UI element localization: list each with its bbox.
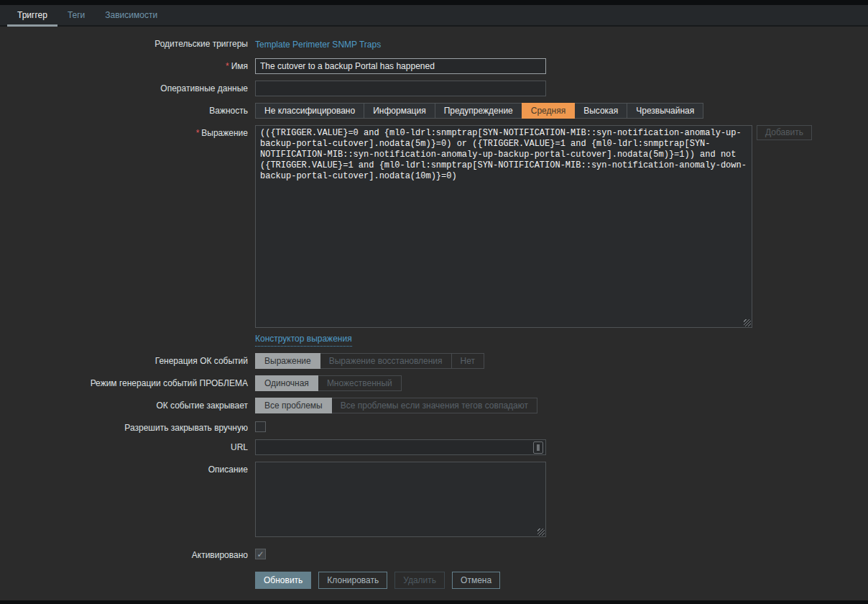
expression-constructor-link[interactable]: Конструктор выражения — [255, 331, 352, 347]
severity-not-classified[interactable]: Не классифицировано — [255, 103, 364, 119]
severity-warning[interactable]: Предупреждение — [435, 103, 522, 119]
manual-close-label: Разрешить закрывать вручную — [0, 420, 255, 433]
opdata-input[interactable] — [255, 81, 546, 96]
manual-close-checkbox[interactable] — [255, 421, 266, 432]
okgen-recovery-expression: Выражение восстановления — [320, 353, 452, 369]
top-band — [0, 0, 868, 5]
expression-label: *Выражение — [0, 125, 255, 138]
ok-event-closes-group: Все проблемы Все проблемы если значения … — [255, 398, 537, 413]
problem-mode-multiple: Множественный — [318, 375, 402, 391]
url-input[interactable] — [255, 439, 546, 455]
enabled-checkbox: ✓ — [255, 549, 266, 559]
description-label: Описание — [0, 462, 255, 475]
update-button[interactable]: Обновить — [255, 572, 311, 589]
closes-all-problems: Все проблемы — [255, 398, 332, 413]
severity-high[interactable]: Высокая — [574, 103, 627, 119]
actions-spacer — [0, 572, 255, 575]
severity-information[interactable]: Информация — [364, 103, 435, 119]
ok-event-generation-group: Выражение Выражение восстановления Нет — [255, 353, 484, 369]
delete-button: Удалить — [394, 572, 445, 589]
required-asterisk: * — [226, 61, 229, 71]
enabled-label: Активировано — [0, 547, 255, 560]
okgen-none: Нет — [451, 353, 484, 369]
okgen-expression: Выражение — [255, 353, 320, 369]
cancel-button[interactable]: Отмена — [452, 572, 500, 589]
name-label: *Имя — [0, 58, 255, 71]
ok-event-closes-label: ОК событие закрывает — [0, 398, 255, 411]
required-asterisk: * — [196, 128, 200, 138]
tab-dependencies[interactable]: Зависимости — [95, 5, 167, 25]
severity-label: Важность — [0, 103, 255, 116]
trigger-config-page: Триггер Теги Зависимости Родительские тр… — [0, 5, 868, 600]
url-label: URL — [0, 439, 255, 452]
clone-button[interactable]: Клонировать — [318, 572, 387, 589]
expression-add-button: Добавить — [757, 125, 812, 140]
ok-event-generation-label: Генерация ОК событий — [0, 353, 255, 366]
tab-tags[interactable]: Теги — [57, 5, 95, 25]
trigger-form: Родительские триггеры Template Perimeter… — [0, 27, 868, 600]
url-select-icon-bar — [537, 444, 540, 451]
severity-group: Не классифицировано Информация Предупреж… — [255, 103, 703, 119]
problem-event-mode-label: Режим генерации событий ПРОБЛЕМА — [0, 375, 255, 388]
parent-trigger-link[interactable]: Template Perimeter SNMP Traps — [255, 37, 381, 52]
opdata-label: Оперативные данные — [0, 81, 255, 93]
parent-triggers-label: Родительские триггеры — [0, 37, 255, 49]
checkmark-icon: ✓ — [257, 549, 264, 559]
bottom-band — [0, 600, 868, 604]
problem-mode-single: Одиночная — [255, 375, 318, 391]
problem-event-mode-group: Одиночная Множественный — [255, 375, 402, 391]
severity-average[interactable]: Средняя — [522, 103, 575, 119]
name-input[interactable] — [255, 58, 546, 74]
expression-textarea[interactable]: (({TRIGGER.VALUE}=0 and {ml0-ldrl:snmptr… — [255, 125, 752, 328]
closes-all-problems-if-tags-match: Все проблемы если значения тегов совпада… — [331, 398, 537, 413]
description-textarea[interactable] — [255, 462, 546, 537]
tabbar: Триггер Теги Зависимости — [0, 5, 868, 27]
tab-trigger[interactable]: Триггер — [7, 5, 57, 25]
url-select-icon[interactable] — [533, 441, 543, 454]
severity-disaster[interactable]: Чрезвычайная — [627, 103, 703, 119]
